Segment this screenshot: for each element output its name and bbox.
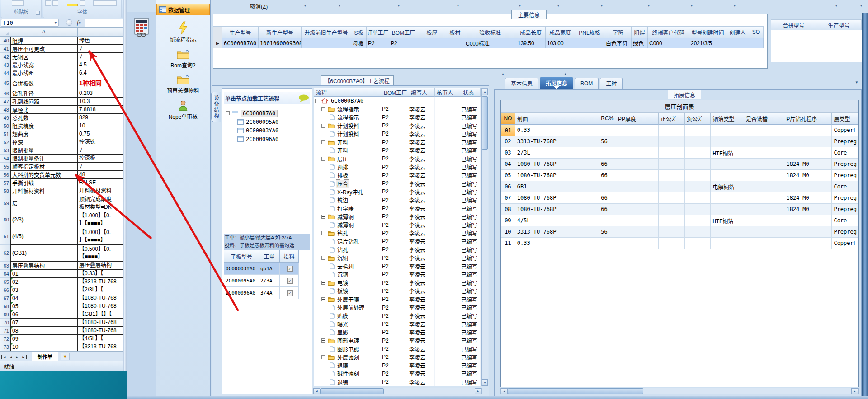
table-row[interactable]: 2C000095A02/3A✓ xyxy=(224,275,300,287)
data-cell[interactable] xyxy=(418,38,446,48)
row-number[interactable]: 63 xyxy=(0,262,10,270)
flow-row[interactable]: 碱性蚀刻P2李凌云已编写 xyxy=(314,370,481,378)
cell-label[interactable]: 01 xyxy=(10,270,78,278)
table-row[interactable]: 041080-TU-768P661824_M0Prepreg xyxy=(501,159,858,170)
dropdown-icon[interactable]: ▼ xyxy=(690,4,693,8)
flow-row[interactable]: 流程指示P2李凌云已编写 xyxy=(314,105,481,113)
row-number[interactable]: 60 xyxy=(0,211,10,228)
table-row[interactable]: 071080-TU-768P661824_M0Prepreg xyxy=(501,192,858,204)
data-cell[interactable]: 6C0000B7A0 xyxy=(222,38,259,48)
data-cell[interactable] xyxy=(446,38,464,48)
scrollbar-thumb[interactable] xyxy=(320,388,384,394)
header-cell[interactable]: 正公差 xyxy=(659,113,685,125)
dropdown-icon[interactable]: ▼ xyxy=(733,4,736,8)
collapse-icon[interactable] xyxy=(321,124,326,128)
row-number[interactable]: 45 xyxy=(0,77,10,89)
data-cell[interactable]: P2 xyxy=(367,38,389,48)
dropdown-icon[interactable]: ▼ xyxy=(456,4,460,8)
data-cell[interactable]: C000 xyxy=(648,38,689,48)
row-number[interactable]: 41 xyxy=(0,45,10,53)
table-row[interactable]: 094/5LHTE铜箔Core xyxy=(501,215,858,226)
dropdown-icon[interactable]: ▼ xyxy=(557,4,560,8)
checkbox-checked-icon[interactable]: ✓ xyxy=(287,278,293,284)
data-cell[interactable]: 2021/3/5 xyxy=(689,38,726,48)
header-cell[interactable]: PNL规格 xyxy=(575,26,604,38)
cell-label[interactable]: 厚径比 xyxy=(10,106,78,114)
data-cell[interactable]: C000标准 xyxy=(464,38,516,48)
row-number[interactable]: 56 xyxy=(0,171,10,179)
header-cell[interactable]: S板 xyxy=(351,26,367,38)
header-cell[interactable]: 子板型号 xyxy=(224,250,259,263)
table-row[interactable]: 032/3LHTE铜箔Core xyxy=(501,147,858,159)
header-cell[interactable]: 升级前旧生产型号 xyxy=(302,26,351,38)
row-number[interactable]: 46 xyxy=(0,89,10,98)
dropdown-icon[interactable]: ▼ xyxy=(303,4,307,8)
flow-row[interactable]: 图形电镀P2李凌云已编写 xyxy=(314,337,481,345)
collapse-icon[interactable] xyxy=(321,231,326,235)
header-cell[interactable]: 合拼型号 xyxy=(771,19,816,30)
header-cell[interactable]: 创建人 xyxy=(726,26,749,38)
cell-value[interactable]: √ xyxy=(78,163,123,171)
row-number[interactable]: 49 xyxy=(0,114,10,122)
cell-value[interactable]: 【1080-TU-768 xyxy=(78,327,123,335)
data-cell[interactable]: 103.00 xyxy=(546,38,575,48)
row-number[interactable]: 69 xyxy=(0,310,10,319)
cell-label[interactable]: 限制批量备注 xyxy=(10,155,78,163)
sheet-nav-icon[interactable]: ◄ xyxy=(1,355,6,359)
checkbox-checked-icon[interactable]: ✓ xyxy=(287,266,293,272)
cell-label[interactable]: 最小线距 xyxy=(10,69,78,77)
header-cell[interactable]: 终端客户代码 xyxy=(648,26,689,38)
row-number[interactable]: 44 xyxy=(0,69,10,77)
tool-item[interactable]: Bom查询2 xyxy=(156,49,210,69)
flow-row[interactable]: 去毛刺P2李凌云已编写 xyxy=(314,262,481,270)
cell-value[interactable]: 【0.33】【 xyxy=(78,270,123,278)
cell-label[interactable]: 层压不可更改 xyxy=(10,45,78,53)
flow-row[interactable]: 电镀P2李凌云已编写 xyxy=(314,279,481,287)
flow-row[interactable]: 外层干膜P2李凌云已编写 xyxy=(314,295,481,303)
collapse-icon[interactable] xyxy=(321,256,326,260)
collapse-icon[interactable] xyxy=(321,107,326,111)
cell-value[interactable]: 48 xyxy=(78,171,123,179)
sheet-nav-icon[interactable]: ► xyxy=(22,355,27,359)
select-all-corner[interactable] xyxy=(0,28,10,36)
tool-item[interactable]: 预审关键物料 xyxy=(156,75,210,94)
cell-label[interactable]: (GB1) xyxy=(10,245,78,262)
cell-value[interactable]: √ xyxy=(78,146,123,155)
header-cell[interactable]: 是否铣槽 xyxy=(744,113,784,125)
cell-label[interactable]: 06 xyxy=(10,310,78,319)
flow-row[interactable]: 计划投料P2李凌云已编写 xyxy=(314,130,481,138)
row-number[interactable]: 50 xyxy=(0,122,10,130)
flow-row[interactable]: 铣边P2李凌云已编写 xyxy=(314,196,481,204)
row-number[interactable]: 68 xyxy=(0,302,10,310)
row-number[interactable]: 70 xyxy=(0,319,10,327)
tree-node[interactable]: 2C000096A0 xyxy=(237,135,278,143)
flow-row[interactable]: 6C0000B7A0 xyxy=(314,97,481,105)
tool-item[interactable]: 新流程指示 xyxy=(156,21,210,43)
cell-label[interactable]: 阻焊 xyxy=(10,37,78,45)
flow-vertical-scrollbar[interactable]: ▲ ▼ xyxy=(481,88,488,386)
data-cell[interactable] xyxy=(575,38,604,48)
flow-row[interactable]: 沉铜P2李凌云已编写 xyxy=(314,254,481,262)
header-cell[interactable]: RC% xyxy=(599,113,616,125)
data-cell[interactable]: P2 xyxy=(389,38,418,48)
dropdown-icon[interactable]: ▼ xyxy=(600,4,604,8)
cell-value[interactable]: 【1.000】【0.】【■■■■】 xyxy=(78,211,123,228)
flow-row[interactable]: X-Ray冲孔P2李凌云已编写 xyxy=(314,188,481,196)
header-cell[interactable]: 工单 xyxy=(259,250,280,263)
tab-extended-info[interactable]: 拓展信息 xyxy=(540,77,573,89)
cell-value[interactable]: 0.203 xyxy=(78,89,123,98)
header-cell[interactable]: 铜箔类型 xyxy=(711,113,744,125)
cell-label[interactable]: 10 xyxy=(10,343,78,351)
cell-value[interactable]: 【1080-TU-768 xyxy=(78,302,123,310)
cell-label[interactable]: 08 xyxy=(10,327,78,335)
flow-row[interactable]: 压合P2李凌云已编写 xyxy=(314,179,481,188)
collapse-icon[interactable] xyxy=(226,111,230,115)
new-sheet-tab[interactable]: ✱ xyxy=(61,353,70,360)
scroll-up-icon[interactable]: ▲ xyxy=(482,89,488,95)
scroll-left-icon[interactable]: ◄ xyxy=(313,388,320,394)
table-row[interactable]: 023313-TU-768P56Prepreg xyxy=(501,136,858,147)
header-cell[interactable]: SO xyxy=(749,26,764,38)
cell-label[interactable]: 07 xyxy=(10,319,78,327)
table-row[interactable]: 06GB1电解铜箔Core xyxy=(501,181,858,192)
cell-label[interactable]: 钻孔孔径 xyxy=(10,89,78,98)
